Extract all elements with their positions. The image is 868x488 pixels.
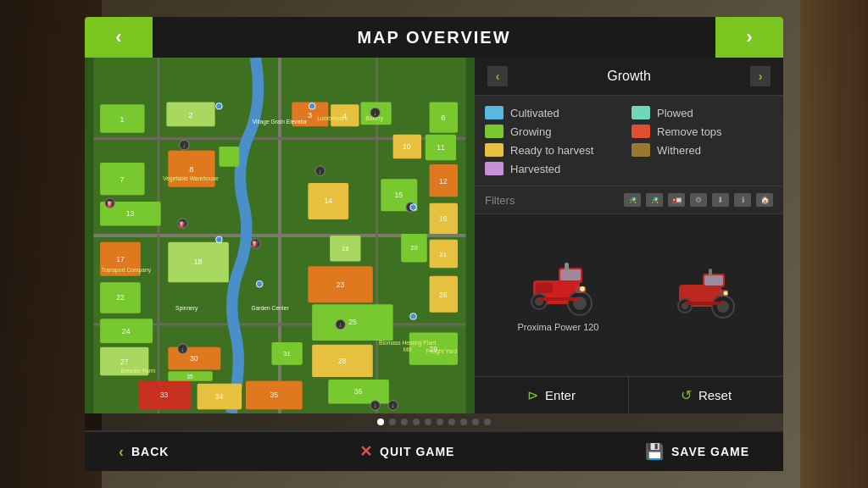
- svg-text:28: 28: [338, 357, 347, 365]
- growth-next-button[interactable]: ›: [750, 66, 771, 86]
- filters-row: Filters 🚜 🚜 🚛 ⚙ ⬇ ℹ 🏠: [485, 193, 773, 207]
- dot-1[interactable]: [389, 419, 396, 425]
- save-button[interactable]: 💾 SAVE GAME: [645, 442, 749, 461]
- dot-8[interactable]: [472, 419, 479, 425]
- svg-text:⛽: ⛽: [179, 220, 186, 228]
- filters-label: Filters: [485, 194, 619, 207]
- svg-text:7: 7: [120, 175, 124, 184]
- svg-text:19: 19: [342, 245, 348, 252]
- vehicle-slot-1: Proxima Power 120: [512, 259, 605, 332]
- dot-6[interactable]: [448, 419, 455, 425]
- map-title: MAP OVERVIEW: [153, 28, 715, 47]
- cultivated-label: Cultivated: [510, 107, 559, 119]
- filter-info-icon[interactable]: ℹ: [734, 193, 751, 207]
- enter-icon: ⊳: [527, 387, 538, 403]
- svg-point-141: [723, 291, 727, 296]
- legend-remove-tops: Remove tops: [632, 125, 773, 138]
- growing-color: [485, 125, 504, 138]
- svg-text:↓: ↓: [181, 346, 185, 353]
- filter-gear-icon[interactable]: ⚙: [690, 193, 707, 207]
- enter-label: Enter: [545, 388, 576, 402]
- map-header: ‹ MAP OVERVIEW ›: [85, 17, 783, 58]
- svg-text:↓: ↓: [374, 109, 377, 117]
- reset-icon: ↺: [681, 387, 692, 403]
- plowed-color: [632, 106, 650, 119]
- svg-text:22: 22: [116, 293, 125, 302]
- dot-7[interactable]: [460, 419, 467, 425]
- svg-text:14: 14: [324, 197, 332, 205]
- reset-button[interactable]: ↺ Reset: [629, 377, 783, 413]
- withered-label: Withered: [657, 144, 701, 157]
- svg-text:Lumberyard: Lumberyard: [317, 115, 348, 122]
- dot-4[interactable]: [425, 419, 431, 425]
- dot-9[interactable]: [484, 419, 491, 425]
- plowed-label: Plowed: [657, 107, 693, 119]
- map-prev-button[interactable]: ‹: [85, 17, 153, 58]
- svg-point-129: [580, 286, 585, 291]
- svg-text:11: 11: [437, 143, 445, 152]
- svg-text:Freight Yard: Freight Yard: [426, 348, 457, 355]
- dot-2[interactable]: [401, 419, 408, 425]
- svg-text:12: 12: [439, 177, 448, 186]
- growth-header: ‹ Growth ›: [475, 58, 783, 96]
- quit-icon: ✕: [359, 442, 373, 461]
- svg-point-115: [410, 204, 417, 211]
- svg-text:Transport Company: Transport Company: [101, 267, 151, 274]
- quit-button[interactable]: ✕ QUIT GAME: [359, 442, 454, 461]
- ready-harvest-label: Ready to harvest: [510, 144, 593, 157]
- svg-rect-122: [565, 263, 569, 271]
- svg-text:↓: ↓: [339, 321, 342, 329]
- svg-text:Spinnery: Spinnery: [175, 305, 198, 312]
- back-label: BACK: [131, 445, 169, 458]
- vehicle-image-1: [512, 259, 605, 319]
- svg-text:35: 35: [270, 391, 279, 399]
- svg-text:25: 25: [348, 318, 357, 326]
- svg-text:34: 34: [215, 392, 224, 401]
- svg-text:10: 10: [403, 142, 411, 151]
- filter-tractor2-icon[interactable]: 🚜: [646, 193, 663, 207]
- remove-tops-color: [632, 125, 650, 138]
- legend-grid: Cultivated Plowed Growing Remove tops Re…: [475, 96, 783, 186]
- svg-text:Mill: Mill: [403, 347, 413, 352]
- right-panel: ‹ Growth › Cultivated Plowed: [475, 58, 783, 413]
- svg-text:13: 13: [126, 209, 135, 218]
- remove-tops-label: Remove tops: [657, 125, 722, 138]
- svg-text:20: 20: [410, 244, 417, 252]
- svg-text:24: 24: [122, 327, 131, 336]
- svg-text:36: 36: [354, 387, 363, 396]
- svg-rect-23: [219, 147, 239, 167]
- svg-text:23: 23: [337, 280, 345, 289]
- save-icon: 💾: [645, 442, 665, 461]
- dot-3[interactable]: [413, 419, 420, 425]
- filter-home-icon[interactable]: 🏠: [756, 193, 773, 207]
- svg-text:⛽: ⛽: [107, 200, 114, 208]
- svg-text:21: 21: [440, 251, 447, 258]
- svg-text:26: 26: [439, 291, 448, 299]
- svg-text:6: 6: [441, 113, 445, 122]
- legend-growing: Growing: [485, 125, 626, 138]
- filter-download-icon[interactable]: ⬇: [712, 193, 729, 207]
- svg-text:16: 16: [439, 214, 448, 223]
- svg-text:33: 33: [160, 391, 169, 399]
- growth-title: Growth: [508, 69, 750, 84]
- growth-prev-button[interactable]: ‹: [487, 66, 508, 86]
- svg-text:3: 3: [308, 110, 312, 119]
- legend-plowed: Plowed: [632, 106, 773, 119]
- filters-section: Filters 🚜 🚜 🚛 ⚙ ⬇ ℹ 🏠: [475, 186, 783, 214]
- enter-button[interactable]: ⊳ Enter: [475, 377, 629, 413]
- svg-text:↓: ↓: [319, 168, 322, 175]
- map-next-button[interactable]: ›: [715, 17, 783, 58]
- action-buttons: ⊳ Enter ↺ Reset: [475, 376, 783, 413]
- svg-point-114: [309, 103, 315, 109]
- filter-tractor-icon[interactable]: 🚜: [624, 193, 641, 207]
- dot-5[interactable]: [437, 419, 443, 425]
- svg-text:2: 2: [188, 110, 192, 119]
- dot-0[interactable]: [377, 419, 384, 425]
- svg-text:15: 15: [395, 191, 403, 199]
- filter-truck-icon[interactable]: 🚛: [668, 193, 685, 207]
- svg-text:31: 31: [283, 350, 290, 358]
- harvested-label: Harvested: [510, 163, 560, 175]
- back-button[interactable]: ‹ BACK: [119, 443, 169, 461]
- svg-text:8: 8: [189, 164, 193, 174]
- vehicle-slot-2: [662, 266, 747, 324]
